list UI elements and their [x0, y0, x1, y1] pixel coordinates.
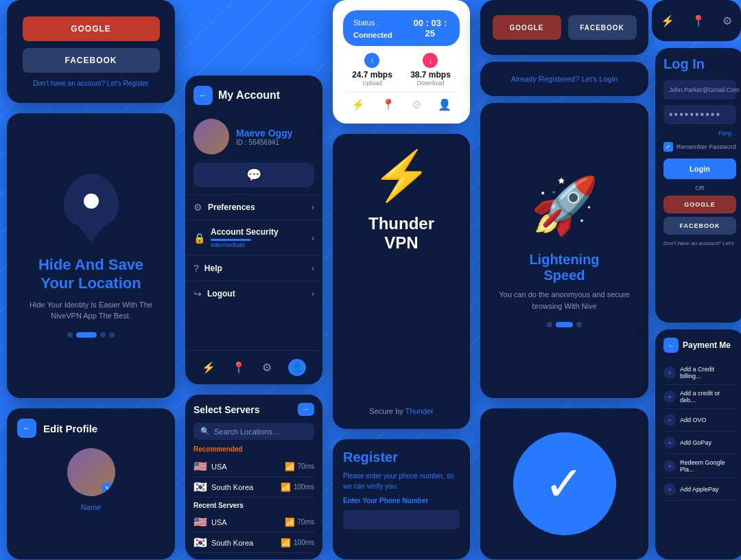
ep-name-label: Name	[17, 503, 165, 511]
security-bar	[211, 239, 251, 241]
bolt-icon[interactable]: ⚡	[661, 14, 674, 27]
upload-label: Upload	[352, 80, 392, 86]
hide-subtitle: Hide Your Identity Is Easier With The Ni…	[21, 299, 161, 322]
pm-ovo[interactable]: + Add OVO	[663, 409, 736, 432]
pm-gopay[interactable]: + Add GoPay	[663, 432, 736, 454]
login-link[interactable]: Login	[599, 75, 618, 83]
ss-recent-usa[interactable]: 🇺🇸 USA 📶 70ms	[193, 512, 314, 533]
phone-number-link[interactable]: Enter Your Phone Number	[343, 497, 460, 504]
card-hide-location: Hide And SaveYour Location Hide Your Ide…	[7, 113, 175, 398]
logout-label: Logout	[207, 289, 235, 299]
ss-search-bar[interactable]: 🔍 Search Locations...	[193, 423, 314, 440]
card-login-right: Log In John.Parker@Gmail.Com •••••••••• …	[655, 48, 741, 323]
nav-location-icon[interactable]: 📍	[232, 361, 246, 374]
no-account-text-tl: Don't have an account? Let's Register	[33, 80, 148, 87]
vs-settings-icon[interactable]: ⚙	[412, 98, 421, 111]
pm-plus-icon3: +	[663, 414, 676, 426]
lr-login-button[interactable]: Login	[663, 159, 736, 179]
pm-credit-debit[interactable]: + Add a credit or deb...	[663, 385, 736, 409]
ep-back-button[interactable]: ←	[17, 419, 36, 438]
pm-credit-billing-label: Add a Credit billing...	[680, 366, 736, 380]
ss-item-usa[interactable]: 🇺🇸 USA 📶 70ms	[193, 456, 314, 477]
nav-bolt-icon[interactable]: ⚡	[202, 361, 215, 374]
card-payment: ← Payment Me + Add a Credit billing... +…	[655, 329, 741, 559]
nav-user-icon[interactable]: 👤	[288, 359, 306, 376]
pm-back-button[interactable]: ←	[663, 338, 679, 353]
security-icon: 🔒	[193, 233, 205, 244]
recent-korea-ping: 100ms	[294, 539, 314, 546]
dot1	[67, 332, 73, 338]
lr-remember-checkbox[interactable]: ✓	[663, 142, 673, 152]
help-icon: ?	[193, 263, 199, 274]
phone-input[interactable]	[343, 510, 460, 529]
status-bar: Status : Connected 00 : 03 : 25	[343, 10, 460, 46]
korea-flag: 🇰🇷	[193, 480, 207, 493]
pm-plus-icon4: +	[663, 436, 676, 449]
dot3	[100, 332, 106, 338]
rocket-icon: 🚀	[530, 174, 599, 238]
lr-forgot-link[interactable]: Forg...	[663, 130, 736, 137]
lr-facebook-button[interactable]: FACEBOOK	[663, 217, 736, 235]
facebook-button-tr[interactable]: FACEBOOK	[568, 15, 637, 40]
ss-item-korea[interactable]: 🇰🇷 South Korea 📶 100ms	[193, 477, 314, 498]
upload-speed: 24.7 mbps	[352, 70, 392, 80]
pm-gopay-label: Add GoPay	[680, 439, 711, 446]
register-title: Register	[343, 450, 460, 465]
lt-dot2	[556, 322, 573, 327]
pm-apple-pay[interactable]: + Add ApplePay	[663, 478, 736, 501]
preferences-icon: ⚙	[193, 202, 202, 213]
ma-security-item[interactable]: 🔒 Account Security Intermediate ›	[185, 220, 322, 255]
ss-menu-button[interactable]: ···	[298, 403, 314, 416]
lt-dot1	[547, 322, 552, 327]
ss-recommended-label: Recommended	[193, 445, 314, 453]
recent-usa-flag: 🇺🇸	[193, 515, 207, 528]
pm-ovo-label: Add OVO	[680, 417, 707, 423]
signal-bars-icon4: 📶	[281, 538, 291, 548]
lr-remember-text: Remember Password	[677, 143, 736, 150]
chevron-right-icon: ›	[311, 202, 314, 212]
facebook-button-tl[interactable]: FACEBOOK	[23, 48, 160, 73]
pm-credit-debit-label: Add a credit or deb...	[680, 390, 736, 404]
dot2	[76, 332, 97, 338]
pm-google-play-label: Redeem Google Pla...	[680, 459, 736, 473]
ma-preferences-item[interactable]: ⚙ Preferences ›	[185, 194, 322, 220]
ma-user-id: ID : 56456941	[236, 139, 292, 146]
ma-help-item[interactable]: ? Help ›	[185, 255, 322, 281]
lr-email-input[interactable]: John.Parker@Gmail.Com	[663, 80, 736, 100]
pm-plus-icon1: +	[663, 366, 676, 379]
card-my-account: ← My Account Maeve Oggy ID : 56456941 💬 …	[185, 75, 322, 384]
vs-location-icon[interactable]: 📍	[381, 98, 395, 111]
speed-indicators: ↑ 24.7 mbps Upload ↓ 38.7 mbps Download	[343, 53, 460, 86]
vs-user-icon[interactable]: 👤	[438, 98, 451, 111]
hide-title: Hide And SaveYour Location	[38, 256, 143, 292]
ss-title: Select Servers	[193, 404, 260, 415]
status-label: Status :	[353, 19, 379, 27]
download-label: Download	[410, 80, 451, 86]
lr-google-button[interactable]: GOOGLE	[663, 196, 736, 213]
chevron-right-icon2: ›	[311, 233, 314, 243]
location-icon[interactable]: 📍	[692, 14, 705, 27]
google-button-tr[interactable]: GOOGLE	[493, 15, 561, 40]
nav-settings-icon[interactable]: ⚙	[262, 361, 272, 374]
ma-logout-item[interactable]: ↪ Logout ›	[185, 281, 322, 306]
ep-edit-icon[interactable]: ✎	[102, 482, 114, 495]
google-button-tl[interactable]: GOOGLE	[23, 16, 160, 41]
ma-chat-button[interactable]: 💬	[193, 163, 314, 187]
pm-google-play[interactable]: + Redeem Google Pla...	[663, 454, 736, 478]
card-already-registered: Already Registered? Let's Login	[480, 62, 648, 96]
pm-credit-billing[interactable]: + Add a Credit billing...	[663, 361, 736, 385]
vs-bolt-icon[interactable]: ⚡	[351, 98, 365, 111]
lr-title: Log In	[663, 56, 736, 72]
vs-bottom-nav: ⚡ 📍 ⚙ 👤	[343, 92, 460, 111]
lightning-title: LighteningSpeed	[529, 252, 599, 283]
card-auth-buttons: GOOGLE FACEBOOK	[480, 0, 648, 55]
ma-back-button[interactable]: ←	[193, 86, 213, 105]
ss-recent-korea[interactable]: 🇰🇷 South Korea 📶 100ms	[193, 533, 314, 553]
ss-search-placeholder: Search Locations...	[214, 428, 279, 436]
check-circle-graphic: ✓	[513, 432, 616, 535]
pm-apple-pay-label: Add ApplePay	[680, 486, 719, 493]
preferences-label: Preferences	[208, 202, 255, 212]
lightning-dots	[547, 322, 582, 327]
lr-password-input[interactable]: ••••••••••	[663, 105, 736, 124]
settings-icon[interactable]: ⚙	[722, 14, 732, 27]
